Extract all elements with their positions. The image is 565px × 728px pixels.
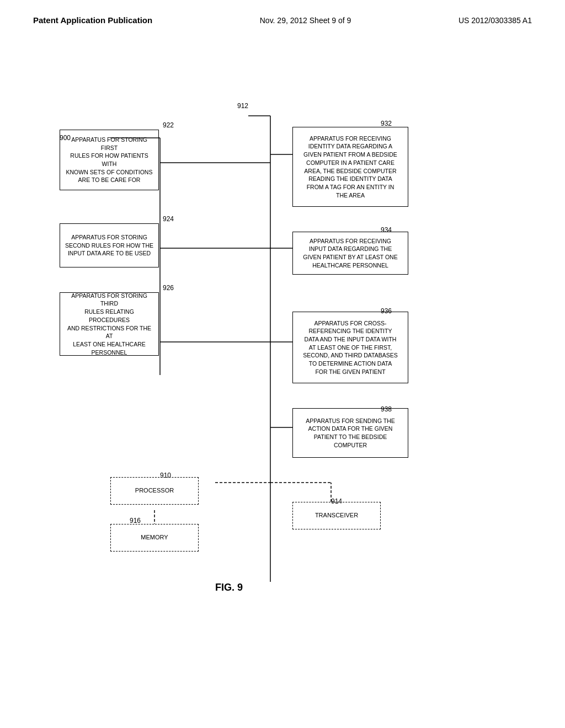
box-936: APPARATUS FOR CROSS- REFERENCING THE IDE… <box>292 312 408 383</box>
header-left: Patent Application Publication <box>33 15 152 25</box>
box-transceiver: TRANSCEIVER <box>292 502 381 529</box>
box-924: APPARATUS FOR STORING SECOND RULES FOR H… <box>60 223 159 267</box>
box-932: APPARATUS FOR RECEIVING IDENTITY DATA RE… <box>292 127 408 207</box>
label-926: 926 <box>163 284 174 292</box>
label-922: 922 <box>163 121 174 129</box>
header-center: Nov. 29, 2012 Sheet 9 of 9 <box>260 16 351 25</box>
fig-label: FIG. 9 <box>215 582 243 593</box>
box-926: APPARATUS FOR STORING THIRD RULES RELATI… <box>60 292 159 356</box>
box-922: APPARATUS FOR STORING FIRST RULES FOR HO… <box>60 130 159 190</box>
box-memory: MEMORY <box>110 524 199 552</box>
box-934: APPARATUS FOR RECEIVING INPUT DATA REGAR… <box>292 232 408 275</box>
label-916: 916 <box>130 517 141 524</box>
diagram-area: 900 922 924 926 912 932 934 936 938 910 … <box>0 30 565 692</box>
label-924: 924 <box>163 215 174 223</box>
header: Patent Application Publication Nov. 29, … <box>0 0 565 25</box>
label-912: 912 <box>237 102 248 110</box>
box-processor: PROCESSOR <box>110 477 199 505</box>
header-right: US 2012/0303385 A1 <box>459 16 532 25</box>
box-938: APPARATUS FOR SENDING THE ACTION DATA FO… <box>292 408 408 458</box>
label-932: 932 <box>381 120 392 127</box>
